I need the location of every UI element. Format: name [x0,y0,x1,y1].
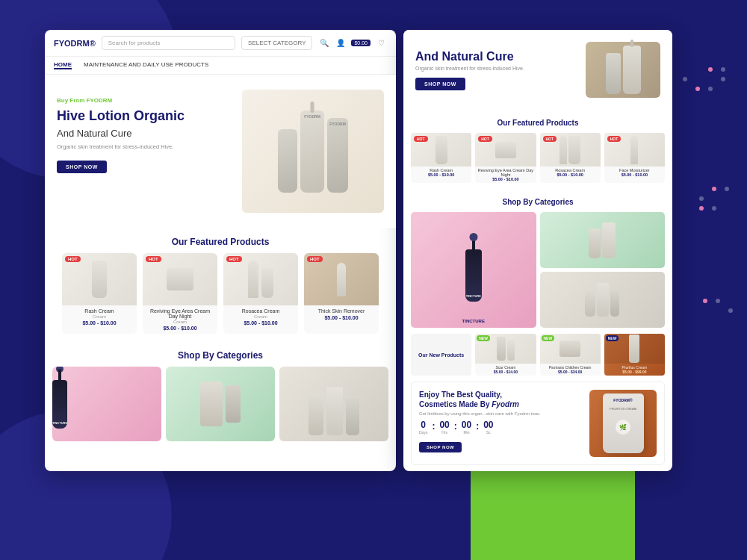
right-product-4[interactable]: HOT Face Moisturizer $5.00 - $10.00 [604,133,665,183]
wishlist-icon[interactable]: ♡ [375,37,387,49]
left-product-1[interactable]: HOT Rash Cream Cream $5.00 - $10.00 [62,253,137,334]
right-new-product-3[interactable]: NEW Pruritus Cream $5.00 - $99.00 [604,334,665,376]
bottle-3: FYODRM [327,118,348,193]
right-hero-desc: Organic skin treatment for stress-induce… [415,66,578,71]
product-price-1: $5.00 - $10.00 [66,320,132,326]
right-new-info-3: Pruritus Cream $5.00 - $99.00 [604,364,665,376]
left-product-4[interactable]: HOT Thick Skin Remover $5.00 - $10.00 [304,253,379,334]
right-hero: And Natural Cure Organic skin treatment … [403,30,672,110]
product-name-4: Thick Skin Remover [309,308,374,314]
left-search-bar[interactable]: Search for products [102,36,235,50]
right-product-name-2: Reviving Eye Area Cream Day Night [477,168,533,177]
product-name-3: Rosacea Cream [228,308,294,314]
dots-decoration-right-2 [699,187,732,211]
left-product-3[interactable]: HOT Rosacea Cream Cream $5.00 - $10 [223,253,298,334]
right-product-price-3: $5.00 - $10.00 [542,172,598,177]
left-categories-grid: TINCTURE [52,367,388,441]
search-icon[interactable]: 🔍 [318,37,330,49]
product-cat-1: Cream [66,314,132,319]
right-product-price-4: $5.00 - $10.00 [607,172,663,177]
product-price-4: $5.00 - $10.00 [309,315,374,320]
right-hero-title: And Natural Cure [415,50,578,63]
dots-decoration-right-3 [703,299,736,313]
hero-shop-button[interactable]: SHOP NOW [57,161,107,173]
left-header-icons: 🔍 👤 $0.00 ♡ [318,37,387,49]
left-nav: HOME MAINTENANCE AND DAILY USE PRODUCTS [45,57,396,75]
right-hero-text: And Natural Cure Organic skin treatment … [415,50,578,90]
left-products-grid: HOT Rash Cream Cream $5.00 - $10.00 [52,253,388,334]
new-badge-1: NEW [477,335,490,341]
count-days-label: Days [419,430,427,435]
right-new-info-2: Psoriasis Children Cream $5.00 - $34.00 [540,364,601,376]
left-cat-3-products[interactable] [279,367,388,441]
right-new-label: Our New Products [411,334,471,376]
right-featured-section: Our Featured Products HOT Rash Cream $5.… [403,110,672,189]
countdown: 0 Days : 00 Hrs : 00 Min [419,420,582,435]
left-hero-text: Buy From FYODRM Hive Lotion Organic And … [57,90,242,213]
right-categories-title: Shop By Categories [411,189,665,212]
hero-description: Organic skin treatment for stress-induce… [57,143,242,152]
right-new-product-2[interactable]: NEW Psoriasis Children Cream $5.00 - $34… [540,334,601,376]
right-product-shape-1 [436,136,447,164]
hero-tag: Buy From FYODRM [57,97,242,104]
right-hot-badge-2: HOT [478,136,492,142]
background: FYODRM® Search for products SELECT CATEG… [0,0,747,560]
windows-container: FYODRM® Search for products SELECT CATEG… [45,30,695,471]
quality-bottle-sublabel: PRURITUS CREAM [604,407,642,411]
left-category-select[interactable]: SELECT CATEGORY [241,36,312,50]
product-price-3: $5.00 - $10.00 [228,320,294,326]
nav-item-home[interactable]: HOME [54,61,72,69]
right-cat-hand[interactable] [540,212,666,268]
right-hero-layout: And Natural Cure Organic skin treatment … [415,42,660,98]
product-shape-4 [337,263,346,296]
cart-count[interactable]: $0.00 [351,40,371,46]
right-product-info-4: Face Moisturizer $5.00 - $10.00 [604,167,665,178]
right-product-2[interactable]: HOT Reviving Eye Area Cream Day Night $5… [475,133,536,183]
dropper-bottle: TINCTURE [52,380,67,429]
product-info-4: Thick Skin Remover $5.00 - $10.00 [304,305,379,323]
countdown-hours: 00 Hrs [439,420,449,435]
product-info-2: Reviving Eye Area Cream Day Night Cream … [143,305,217,334]
right-product-price-1: $5.00 - $10.00 [413,172,469,177]
right-product-info-2: Reviving Eye Area Cream Day Night $5.00 … [475,167,536,183]
product-name-2: Reviving Eye Area Cream Day Night [147,308,213,319]
right-quality-text: Enjoy The Best Quality, Cosmetics Made B… [419,390,582,457]
right-featured-title: Our Featured Products [411,110,665,133]
product-price-2: $5.00 - $10.00 [147,326,213,331]
countdown-secs: 00 Sc [483,420,493,435]
right-cats-grid: TINCTURE TINCTURE [411,212,665,328]
left-categories-title: Shop By Categories [52,341,388,367]
hot-badge-4: HOT [307,256,323,262]
right-product-3[interactable]: HOT Rosacea Cream $5.00 - $10.00 [540,133,601,183]
right-hot-badge-1: HOT [414,136,428,142]
left-categories-section: Shop By Categories TINCTURE [45,341,396,449]
hot-badge-1: HOT [65,256,81,262]
product-bottles: FYODRM FYODRM [270,103,356,200]
right-product-shape-3a [560,136,567,164]
right-product-info-1: Rash Cream $5.00 - $10.00 [411,167,471,178]
new-badge-3: NEW [606,335,619,341]
product-cat-2: Cream [147,320,213,324]
quality-shop-button[interactable]: SHOP NOW [419,442,462,452]
left-header: FYODRM® Search for products SELECT CATEG… [45,30,396,57]
quality-bottle-logo: FYODRM® [613,398,632,402]
right-new-product-1[interactable]: NEW Scar Cream $5.00 - $14.00 [475,334,536,376]
right-hot-badge-3: HOT [543,136,557,142]
nav-item-maintenance[interactable]: MAINTENANCE AND DAILY USE PRODUCTS [84,61,208,69]
left-cat-2-hand[interactable] [166,367,275,441]
right-product-1[interactable]: HOT Rash Cream $5.00 - $10.00 [411,133,471,183]
right-browser-window: And Natural Cure Organic skin treatment … [403,30,672,471]
right-cat-products[interactable] [540,272,666,328]
hot-badge-3: HOT [226,256,242,262]
right-cat-tincture[interactable]: TINCTURE TINCTURE [411,212,536,328]
dropper-stem [58,369,61,382]
right-hero-shop-button[interactable]: SHOP NOW [415,78,465,90]
left-product-2[interactable]: HOT Reviving Eye Area Cream Day Night Cr… [143,253,217,334]
product-info-3: Rosacea Cream Cream $5.00 - $10.00 [223,305,298,329]
user-icon[interactable]: 👤 [335,37,347,49]
bottle-2: FYODRM [300,111,324,193]
left-featured-title: Our Featured Products [52,228,388,253]
count-mins-label: Min [462,430,471,435]
count-hours-label: Hrs [439,430,449,435]
left-cat-1-tincture[interactable]: TINCTURE [52,367,161,441]
